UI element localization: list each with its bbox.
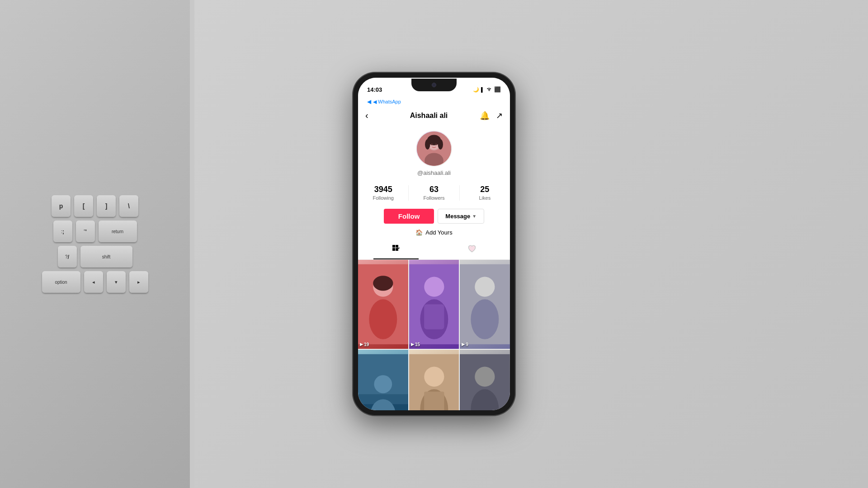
svg-point-15 xyxy=(369,299,397,339)
video-view-count-1: ▶ 19 xyxy=(360,342,369,347)
video-cell-5[interactable]: ▶ 7 xyxy=(409,350,459,410)
phone: 14:03 🌙 ▌ ⬛ ◀ ◀ WhatsApp xyxy=(353,72,515,416)
add-yours-row[interactable]: 🏠 Add Yours xyxy=(358,227,510,239)
following-count: 3945 xyxy=(374,185,392,194)
key-slash[interactable]: ?/ xyxy=(58,246,77,267)
tab-videos[interactable] xyxy=(358,239,434,259)
key-bracket-open[interactable]: [ xyxy=(74,195,93,217)
key-p[interactable]: p xyxy=(52,195,71,217)
whatsapp-bar[interactable]: ◀ ◀ WhatsApp xyxy=(358,98,510,107)
key-arrow-down[interactable]: ▾ xyxy=(107,271,126,293)
key-return[interactable]: return xyxy=(99,221,137,242)
video-thumb-5 xyxy=(409,350,459,410)
svg-rect-20 xyxy=(424,304,444,329)
play-icon: ▶ xyxy=(462,342,465,347)
back-arrow-whatsapp: ◀ xyxy=(367,99,371,105)
avatar xyxy=(416,131,452,167)
avatar-image xyxy=(417,131,451,166)
key-shift[interactable]: shift xyxy=(80,246,132,267)
keyboard: p [ ] \ :; "' return ?/ shift option ◂ ▾… xyxy=(0,0,190,488)
video-thumb-1 xyxy=(358,260,408,349)
svg-point-23 xyxy=(471,299,499,339)
key-arrow-left[interactable]: ◂ xyxy=(84,271,103,293)
svg-rect-9 xyxy=(392,245,395,248)
dropdown-arrow-icon: ▼ xyxy=(472,214,476,219)
likes-label: Likes xyxy=(479,195,491,201)
svg-point-6 xyxy=(438,139,443,150)
view-count: 19 xyxy=(364,342,369,347)
svg-point-22 xyxy=(475,277,495,296)
tab-liked[interactable] xyxy=(434,239,510,259)
profile-header: ‹ Aishaali ali 🔔 ↗ xyxy=(358,107,510,124)
avatar-section: @aishaali.ali xyxy=(358,124,510,181)
key-arrow-right[interactable]: ▸ xyxy=(129,271,148,293)
follow-button[interactable]: Follow xyxy=(384,209,434,224)
svg-point-7 xyxy=(431,144,433,145)
key-option[interactable]: option xyxy=(42,271,80,293)
key-row-4: option ◂ ▾ ▸ xyxy=(42,271,148,293)
battery-icon: ⬛ xyxy=(494,86,501,93)
key-backslash[interactable]: \ xyxy=(119,195,138,217)
key-row-3: ?/ shift xyxy=(58,246,132,267)
status-icons: 🌙 ▌ ⬛ xyxy=(473,86,501,93)
moon-icon: 🌙 xyxy=(473,87,479,93)
signal-icon: ▌ xyxy=(481,87,484,92)
grid-icon xyxy=(392,244,401,255)
video-cell-2[interactable]: ▶ 15 xyxy=(409,260,459,349)
svg-point-27 xyxy=(374,375,392,393)
action-buttons: Follow Message ▼ xyxy=(358,205,510,227)
svg-point-16 xyxy=(373,276,393,291)
svg-point-34 xyxy=(475,366,495,386)
video-cell-1[interactable]: ▶ 19 xyxy=(358,260,408,349)
message-button[interactable]: Message ▼ xyxy=(438,209,484,224)
play-icon: ▶ xyxy=(360,342,363,347)
phone-body: 14:03 🌙 ▌ ⬛ ◀ ◀ WhatsApp xyxy=(353,72,515,416)
followers-count: 63 xyxy=(429,185,439,194)
svg-rect-12 xyxy=(396,248,398,251)
view-count: 9 xyxy=(466,342,468,347)
whatsapp-label: ◀ WhatsApp xyxy=(373,99,401,105)
followers-label: Followers xyxy=(423,195,444,201)
play-icon: ▶ xyxy=(411,342,414,347)
key-semicolon[interactable]: :; xyxy=(53,221,72,242)
message-label: Message xyxy=(445,213,470,220)
svg-point-18 xyxy=(424,277,444,296)
video-grid: ▶ 19 xyxy=(358,260,510,410)
wifi-icon xyxy=(486,87,492,93)
video-cell-3[interactable]: ▶ 9 xyxy=(460,260,510,349)
view-count: 15 xyxy=(415,342,420,347)
tab-bar xyxy=(358,239,510,260)
stat-likes[interactable]: 25 Likes xyxy=(460,185,510,201)
key-quote[interactable]: "' xyxy=(76,221,95,242)
svg-rect-32 xyxy=(424,391,444,410)
video-cell-4[interactable]: ▶ 10 xyxy=(358,350,408,410)
add-yours-label: Add Yours xyxy=(425,229,452,236)
heart-icon xyxy=(467,244,476,255)
avatar-svg xyxy=(417,131,451,166)
video-view-count-3: ▶ 9 xyxy=(462,342,468,347)
stat-followers[interactable]: 63 Followers xyxy=(409,185,459,201)
video-thumb-4 xyxy=(358,350,408,410)
status-time: 14:03 xyxy=(367,86,382,93)
stats-row: 3945 Following 63 Followers 25 Likes xyxy=(358,181,510,205)
stat-following[interactable]: 3945 Following xyxy=(358,185,409,201)
profile-name-header: Aishaali ali xyxy=(410,112,448,120)
key-row-1: p [ ] \ xyxy=(52,195,138,217)
phone-camera xyxy=(432,83,436,87)
desktop-background xyxy=(194,0,868,488)
phone-notch xyxy=(411,79,457,91)
add-yours-icon: 🏠 xyxy=(415,229,423,236)
share-icon[interactable]: ↗ xyxy=(496,111,503,121)
back-button[interactable]: ‹ xyxy=(365,110,378,121)
key-bracket-close[interactable]: ] xyxy=(97,195,116,217)
svg-point-30 xyxy=(424,366,444,386)
video-thumb-3 xyxy=(460,260,510,349)
key-row-2: :; "' return xyxy=(53,221,137,242)
following-label: Following xyxy=(373,195,393,201)
video-view-count-2: ▶ 15 xyxy=(411,342,420,347)
notification-icon[interactable]: 🔔 xyxy=(480,111,490,121)
video-cell-6[interactable]: ▶ 7 xyxy=(460,350,510,410)
svg-rect-11 xyxy=(392,248,395,251)
header-action-icons: 🔔 ↗ xyxy=(480,111,503,121)
likes-count: 25 xyxy=(480,185,489,194)
